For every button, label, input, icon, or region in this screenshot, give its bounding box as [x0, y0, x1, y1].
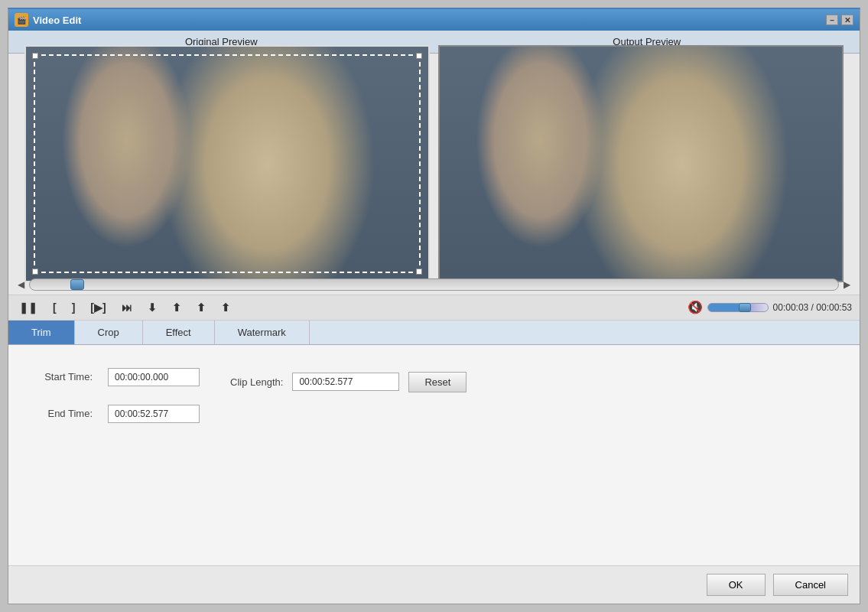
current-time: 00:00:03 [773, 302, 809, 313]
mark-in-button[interactable]: [ [50, 300, 60, 315]
output-video-canvas [440, 47, 842, 281]
clip-length-label: Clip Length: [230, 376, 283, 388]
original-video-canvas [26, 47, 428, 281]
mute-icon[interactable]: 🔇 [688, 300, 703, 314]
main-window: 🎬 Video Edit – ✕ Original Preview Output… [8, 8, 860, 604]
original-video-figures [26, 47, 428, 281]
snap-mark-out-button[interactable]: ⬆ [193, 300, 209, 315]
start-time-row: Start Time: [31, 368, 200, 386]
output-video-figures [440, 47, 842, 281]
volume-slider[interactable] [707, 303, 769, 312]
skip-end-button[interactable]: ⏭ [119, 300, 135, 315]
title-controls: – ✕ [826, 15, 853, 25]
right-section: Clip Length: Reset [230, 368, 467, 392]
timeline-thumb[interactable] [70, 279, 84, 290]
preview-area [8, 54, 860, 275]
left-forms: Start Time: End Time: [31, 368, 200, 434]
tab-trim[interactable]: Trim [8, 321, 75, 344]
original-preview [24, 45, 430, 282]
snap-mark-in-button[interactable]: ⬆ [169, 300, 184, 315]
reset-button[interactable]: Reset [408, 372, 467, 392]
app-icon: 🎬 [15, 13, 28, 27]
start-time-input[interactable] [108, 368, 200, 386]
output-preview [438, 45, 844, 282]
title-bar: 🎬 Video Edit – ✕ [8, 9, 860, 31]
end-time-row: End Time: [31, 405, 200, 423]
close-button[interactable]: ✕ [841, 15, 853, 25]
tab-crop[interactable]: Crop [75, 321, 143, 344]
mark-out-button[interactable]: ] [69, 300, 79, 315]
cancel-button[interactable]: Cancel [773, 574, 848, 596]
volume-area: 🔇 00:00:03 / 00:00:53 [688, 300, 852, 314]
timeline-track[interactable] [29, 278, 839, 291]
trim-panel: Start Time: End Time: Clip Length: Reset [8, 345, 860, 566]
window-title: Video Edit [33, 15, 81, 26]
minimize-button[interactable]: – [826, 15, 838, 25]
start-time-label: Start Time: [31, 371, 93, 382]
clip-length-input[interactable] [292, 373, 399, 391]
play-segment-button[interactable]: [▶] [87, 300, 109, 315]
total-time: 00:00:53 [816, 302, 852, 313]
timeline-slider-row: ◀ ▶ [16, 278, 852, 291]
end-time-label: End Time: [31, 408, 93, 419]
tab-watermark[interactable]: Watermark [215, 321, 310, 344]
title-bar-left: 🎬 Video Edit [15, 13, 81, 27]
tab-effect[interactable]: Effect [143, 321, 215, 344]
clip-length-row: Clip Length: Reset [230, 372, 467, 392]
ok-button[interactable]: OK [707, 574, 766, 596]
snap-start-button[interactable]: ⬇ [145, 300, 160, 315]
volume-thumb[interactable] [739, 303, 751, 312]
end-time-input[interactable] [108, 405, 200, 423]
time-display: 00:00:03 / 00:00:53 [773, 302, 852, 313]
bottom-buttons: OK Cancel [8, 565, 860, 604]
pause-button[interactable]: ❚❚ [16, 300, 41, 315]
controls-row: ❚❚ [ ] [▶] ⏭ ⬇ ⬆ ⬆ ⬆ 🔇 00:00:03 / 00:00:… [8, 295, 860, 321]
snap-end-button[interactable]: ⬆ [218, 300, 233, 315]
forms-container: Start Time: End Time: Clip Length: Reset [31, 360, 837, 434]
tabs-row: Trim Crop Effect Watermark [8, 321, 860, 345]
